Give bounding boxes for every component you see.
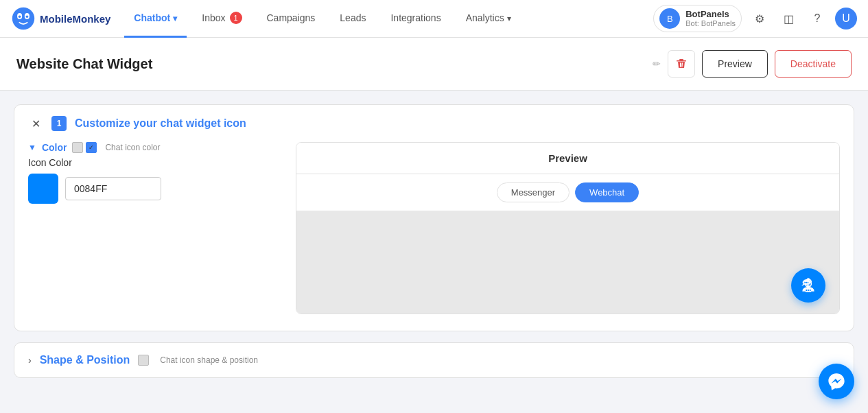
section-body: ▼ Color ✓ Chat icon color Icon Color [14,142,854,331]
shape-desc: Chat icon shape & position [160,355,258,365]
mini-icon-2: ✓ [86,142,97,153]
bot-name: BotPanels [685,9,736,20]
preview-button[interactable]: Preview [702,50,768,78]
logo-text: MobileMonkey [40,13,110,25]
messenger-icon [827,372,846,391]
svg-point-3 [19,16,21,19]
shape-mini-icon [138,355,149,366]
shape-title: Shape & Position [40,354,130,366]
section-close-button[interactable]: ✕ [28,116,43,131]
section-header: ✕ 1 Customize your chat widget icon [14,105,854,142]
shape-section-header[interactable]: › Shape & Position Chat icon shape & pos… [14,343,854,377]
help-icon[interactable]: ? [806,8,828,30]
color-chevron-icon[interactable]: ▼ [28,143,36,152]
svg-point-14 [804,282,806,283]
svg-point-13 [810,290,811,291]
mini-icon-1 [72,142,83,153]
main-content: ✕ 1 Customize your chat widget icon ▼ Co… [0,91,868,413]
section-number: 1 [51,116,67,131]
icon-color-label: Icon Color [28,157,268,168]
color-panel: ▼ Color ✓ Chat icon color Icon Color [28,142,268,314]
floating-messenger-widget[interactable] [819,364,854,399]
widget-icon [799,276,817,294]
inbox-badge: 1 [230,12,242,24]
bot-avatar: B [659,8,680,29]
svg-point-11 [806,290,807,291]
nav-leads[interactable]: Leads [330,0,375,38]
color-input-row [28,174,268,204]
svg-point-15 [806,282,807,283]
svg-rect-5 [679,59,683,60]
color-subsection: ▼ Color ✓ Chat icon color Icon Color [28,142,268,204]
section-title: Customize your chat widget icon [75,117,246,130]
settings-icon[interactable]: ⚙ [749,8,771,30]
user-avatar[interactable]: U [835,8,857,30]
preview-viewport [296,211,839,314]
logo-icon [11,6,36,31]
color-text-input[interactable] [65,177,161,200]
shape-section: › Shape & Position Chat icon shape & pos… [14,342,854,378]
svg-point-0 [12,8,34,30]
trash-icon [676,58,687,69]
deactivate-button[interactable]: Deactivate [775,50,852,78]
subsection-icons: ✓ [72,142,97,153]
svg-point-4 [26,16,29,19]
tab-webchat[interactable]: Webchat [575,182,639,202]
preview-tabs: Messenger Webchat [296,174,839,211]
svg-rect-6 [677,60,686,62]
nav-integrations[interactable]: Integrations [381,0,450,38]
bot-panel[interactable]: B BotPanels Bot: BotPanels [653,5,742,32]
preview-panel: Preview Messenger Webchat [296,142,840,314]
page-header: Website Chat Widget ✏ Preview Deactivate [0,38,868,91]
nav-right: B BotPanels Bot: BotPanels ⚙ ◫ ? U [653,5,857,32]
chatbot-chevron-icon [173,12,177,23]
color-label: Color [42,142,67,153]
navbar: MobileMonkey Chatbot Inbox 1 Campaigns L… [0,0,868,38]
shape-chevron-icon: › [28,355,32,366]
svg-point-16 [808,282,809,283]
page-title: Website Chat Widget [16,56,646,72]
shape-icons [138,355,149,366]
nav-campaigns[interactable]: Campaigns [257,0,325,38]
svg-point-12 [808,290,809,291]
delete-button[interactable] [668,50,695,78]
bot-sub: Bot: BotPanels [685,19,736,28]
customize-section: ✕ 1 Customize your chat widget icon ▼ Co… [14,104,854,331]
widget-bubble[interactable] [791,268,825,303]
nav-inbox[interactable]: Inbox 1 [192,0,251,38]
tab-messenger[interactable]: Messenger [497,182,570,202]
color-subsection-header: ▼ Color ✓ Chat icon color [28,142,268,153]
logo[interactable]: MobileMonkey [11,6,110,31]
edit-icon[interactable]: ✏ [653,58,661,69]
preview-title: Preview [296,143,839,174]
notifications-icon[interactable]: ◫ [777,8,799,30]
nav-analytics[interactable]: Analytics [456,0,521,38]
analytics-chevron-icon [507,12,511,23]
color-swatch[interactable] [28,174,58,204]
nav-chatbot[interactable]: Chatbot [124,0,187,38]
subsection-desc: Chat icon color [105,143,160,152]
